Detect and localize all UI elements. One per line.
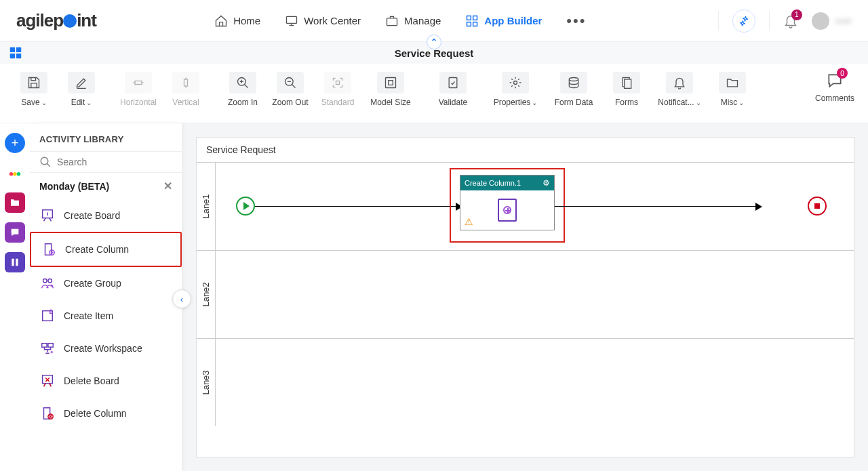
end-node[interactable] [808, 197, 827, 216]
svg-rect-11 [184, 79, 188, 86]
form-data-button[interactable]: Form Data [548, 72, 599, 107]
sidebar-item-label: Create Item [64, 310, 113, 321]
collapse-nav-button[interactable]: ⌃ [427, 35, 441, 49]
sidebar-item-delete-column[interactable]: Delete Column [30, 397, 182, 430]
nav-home[interactable]: Home [214, 12, 260, 30]
board-icon [39, 207, 56, 224]
pinwheel-button[interactable] [732, 9, 755, 33]
lane-3[interactable]: Lane3 [197, 338, 854, 426]
user-menu[interactable]: user [812, 12, 852, 30]
lane-body[interactable] [216, 339, 854, 426]
activity-create-column[interactable]: Create Column.1 ⚙ ⚠ [460, 175, 555, 230]
search-input[interactable] [57, 157, 176, 167]
nav-appbuilder[interactable]: App Builder [465, 12, 542, 30]
model-size-button[interactable]: Model Size [365, 72, 416, 107]
zoom-in-button[interactable]: Zoom In [222, 72, 263, 107]
sidebar-item-label: Create Workspace [64, 343, 142, 354]
save-icon [20, 72, 47, 94]
nav-workcenter[interactable]: Work Center [285, 12, 361, 30]
subheader: ⌃ Service Request [0, 42, 868, 64]
lane-2[interactable]: Lane2 [197, 250, 854, 338]
rail-add-button[interactable]: + [5, 133, 25, 153]
svg-rect-28 [45, 244, 52, 255]
gear-icon[interactable]: ⚙ [542, 178, 550, 188]
nav-more-icon[interactable]: ••• [566, 12, 586, 30]
misc-button[interactable]: Misc⌄ [712, 72, 753, 107]
comments-label: Comments [815, 94, 854, 103]
svg-rect-1 [387, 18, 397, 25]
close-icon[interactable]: ✕ [163, 180, 172, 192]
svg-rect-3 [473, 16, 477, 20]
chevron-down-icon: ⌄ [532, 99, 537, 106]
validate-button[interactable]: Validate [433, 72, 473, 107]
rail-pause-button[interactable] [5, 252, 25, 272]
pinwheel-icon [738, 15, 750, 27]
save-button[interactable]: Save⌄ [14, 72, 54, 107]
sidebar-item-create-group[interactable]: Create Group [30, 267, 182, 300]
separator [718, 11, 719, 31]
sidebar-collapse-button[interactable]: ‹ [172, 289, 191, 308]
rail-monday-button[interactable] [5, 163, 25, 183]
svg-point-23 [17, 172, 21, 176]
activity-title: Create Column.1 [465, 179, 521, 187]
sidebar-item-create-workspace[interactable]: Create Workspace [30, 332, 182, 365]
comments-button[interactable]: 0 Comments [815, 72, 854, 103]
apps-grid-button[interactable] [8, 45, 23, 60]
lane-label: Lane1 [197, 163, 216, 250]
warning-icon: ⚠ [465, 216, 473, 227]
notifications-button[interactable]: 1 [783, 14, 798, 28]
forms-button[interactable]: Forms [606, 72, 647, 107]
sidebar-item-create-item[interactable]: Create Item [30, 300, 182, 332]
zoom-out-button[interactable]: Zoom Out [270, 72, 311, 107]
columns-icon [9, 257, 20, 268]
properties-button[interactable]: Properties⌄ [490, 72, 541, 107]
plus-icon: + [12, 136, 19, 150]
sidebar-item-label: Delete Column [64, 408, 127, 419]
svg-rect-8 [10, 54, 15, 58]
edit-button[interactable]: Edit⌄ [61, 72, 102, 107]
align-vertical-icon [172, 72, 199, 94]
toolbar: Save⌄ Edit⌄ Horizontal Vertical Zoom In … [0, 64, 868, 123]
horizontal-button[interactable]: Horizontal [118, 72, 159, 107]
svg-rect-9 [16, 54, 21, 58]
lane-label: Lane2 [197, 251, 216, 338]
svg-point-31 [48, 279, 52, 283]
sidebar-item-create-board[interactable]: Create Board [30, 199, 182, 232]
lane-label: Lane3 [197, 339, 216, 426]
lane-body[interactable]: Create Column.1 ⚙ ⚠ [216, 163, 854, 250]
sidebar-item-delete-board[interactable]: Delete Board [30, 365, 182, 397]
svg-rect-10 [135, 81, 142, 85]
sidebar-search[interactable] [30, 151, 182, 173]
sidebar-item-label: Create Board [64, 210, 120, 221]
nav-right: 1 user [718, 9, 852, 33]
svg-rect-4 [467, 22, 471, 26]
svg-rect-6 [10, 47, 15, 52]
nav-home-label: Home [233, 15, 260, 26]
activity-sidebar: ACTIVITY LIBRARY Monday (BETA) ✕ Create … [30, 123, 182, 471]
sidebar-item-create-column[interactable]: Create Column [30, 232, 182, 267]
forms-icon [613, 72, 640, 94]
vertical-button[interactable]: Vertical [165, 72, 206, 107]
activity-header: Create Column.1 ⚙ [460, 176, 554, 190]
start-node[interactable] [236, 197, 255, 216]
rail-chat-button[interactable] [5, 222, 25, 243]
sidebar-category[interactable]: Monday (BETA) ✕ [30, 173, 182, 199]
canvas-title: Service Request [197, 138, 854, 162]
model-size-icon [377, 72, 404, 94]
nav-appbuilder-label: App Builder [484, 15, 542, 26]
process-canvas[interactable]: Service Request Lane1 Create Column.1 ⚙ [196, 137, 854, 457]
flow-connector[interactable] [255, 206, 458, 207]
flow-connector[interactable] [555, 206, 758, 207]
lane-body[interactable] [216, 251, 854, 338]
nav-manage[interactable]: Manage [385, 12, 441, 30]
notif-badge: 1 [791, 9, 802, 20]
briefcase-icon [385, 14, 399, 28]
lane-1[interactable]: Lane1 Create Column.1 ⚙ ⚠ [197, 162, 854, 250]
rail-folder-button[interactable] [5, 192, 25, 213]
svg-rect-36 [44, 408, 50, 419]
standard-button[interactable]: Standard [317, 72, 358, 107]
gear-icon [502, 72, 529, 94]
chevron-down-icon: ⌄ [738, 99, 744, 106]
notifications-toolbar-button[interactable]: Notificat...⌄ [654, 72, 705, 107]
svg-point-22 [13, 172, 17, 176]
